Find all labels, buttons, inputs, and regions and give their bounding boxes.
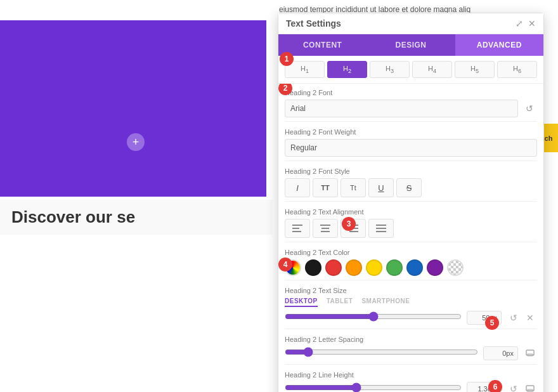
heading-h4-btn[interactable]: H4	[412, 61, 452, 78]
color-transparent-swatch[interactable]	[447, 259, 464, 276]
svg-rect-7	[351, 228, 358, 229]
text-size-clear-btn[interactable]: ✕	[523, 311, 537, 325]
heading-h6-btn[interactable]: H6	[497, 61, 537, 78]
heading-letter-spacing-label: Heading 2 Letter Spacing	[285, 336, 537, 343]
letter-spacing-slider-row	[285, 346, 537, 360]
heading-font-weight-label: Heading 2 Font Weight	[285, 128, 537, 136]
italic-btn[interactable]: I	[285, 178, 310, 197]
line-height-slider[interactable]	[285, 382, 462, 392]
heading-text-alignment-section: Heading 2 Text Alignment 3	[285, 203, 537, 240]
heading-font-row: Arial Georgia Helvetica Times New Roman …	[285, 100, 537, 117]
heading-font-select[interactable]: Arial Georgia Helvetica Times New Roman …	[285, 100, 518, 117]
heading-selector-row: H1 H2 H3 H4 H5 H6	[278, 56, 543, 84]
text-size-slider[interactable]	[285, 311, 462, 322]
align-justify-btn[interactable]	[368, 219, 394, 238]
color-red-swatch[interactable]	[325, 259, 342, 276]
capitalize-btn[interactable]: Tt	[341, 178, 366, 197]
svg-rect-9	[376, 225, 386, 226]
heading-font-section: Heading 2 Font 2 Arial Georgia Helvetica…	[285, 84, 537, 120]
heading-font-style-label: Heading 2 Font Style	[285, 167, 537, 175]
color-swatches	[285, 259, 537, 276]
device-smartphone-tab[interactable]: SMARTPHONE	[361, 297, 410, 307]
underline-btn[interactable]: U	[368, 178, 394, 197]
add-element-button[interactable]: +	[127, 133, 145, 151]
heading-font-weight-select[interactable]: Thin Light Regular Medium Bold Extra Bol…	[285, 139, 537, 157]
svg-rect-0	[292, 225, 302, 226]
heading-line-height-section: Heading 2 Line Height 6 ↺	[285, 366, 537, 392]
heading-h3-btn[interactable]: H3	[370, 61, 410, 78]
svg-rect-3	[320, 225, 330, 226]
svg-rect-2	[292, 231, 301, 232]
strikethrough-btn[interactable]: S	[396, 178, 422, 197]
heading-letter-spacing-section: Heading 2 Letter Spacing	[285, 330, 537, 363]
panel-body: Heading 2 Font 2 Arial Georgia Helvetica…	[278, 84, 543, 392]
letter-spacing-device-btn[interactable]	[523, 346, 537, 360]
heading-font-style-section: Heading 2 Font Style I TT Tt U S	[285, 162, 537, 200]
line-height-slider-wrap	[285, 382, 462, 392]
heading-text-color-label: Heading 2 Text Color	[285, 249, 537, 256]
page-bottom-text: Discover our se	[0, 200, 273, 235]
align-center-btn[interactable]	[313, 219, 338, 238]
heading-text-alignment-label: Heading 2 Text Alignment	[285, 208, 537, 216]
heading-text-color-section: Heading 2 Text Color 4	[285, 244, 537, 278]
panel-header-icons: ⤢ ✕	[516, 18, 536, 29]
line-height-value-input[interactable]	[467, 382, 502, 392]
svg-rect-1	[292, 228, 299, 229]
heading-font-weight-row: Thin Light Regular Medium Bold Extra Bol…	[285, 139, 537, 157]
letter-spacing-slider[interactable]	[285, 347, 478, 357]
align-left-btn[interactable]	[285, 219, 310, 238]
text-alignment-buttons	[285, 219, 537, 238]
heading-font-reset-btn[interactable]: ↺	[522, 101, 537, 116]
text-size-value-input[interactable]	[467, 311, 502, 325]
color-purple-swatch[interactable]	[427, 259, 443, 276]
color-orange-swatch[interactable]	[346, 259, 362, 276]
tab-design[interactable]: Design	[367, 34, 455, 56]
color-green-swatch[interactable]	[386, 259, 403, 276]
heading-h2-btn[interactable]: H2	[327, 61, 367, 78]
text-size-reset-btn[interactable]: ↺	[507, 311, 521, 325]
line-height-device-btn[interactable]	[523, 382, 537, 392]
heading-h1-btn[interactable]: H1	[285, 61, 325, 78]
device-tabs: DESKTOP TABLET SMARTPHONE	[285, 297, 537, 307]
heading-line-height-label: Heading 2 Line Height	[285, 371, 537, 379]
panel-header: Text Settings ⤢ ✕	[278, 13, 543, 34]
heading-h5-btn[interactable]: H5	[455, 61, 495, 78]
letter-spacing-slider-wrap	[285, 347, 478, 360]
device-tablet-tab[interactable]: TABLET	[327, 297, 353, 307]
letter-spacing-value-input[interactable]	[483, 346, 518, 360]
color-picker-swatch[interactable]	[285, 259, 301, 276]
text-settings-panel: Text Settings ⤢ ✕ Content Design Advance…	[278, 13, 544, 392]
heading-font-label: Heading 2 Font	[285, 89, 537, 96]
purple-section	[0, 0, 266, 197]
svg-rect-6	[348, 225, 358, 226]
align-right-btn[interactable]	[341, 219, 366, 238]
line-height-slider-icons: ↺	[507, 382, 537, 392]
uppercase-btn[interactable]: TT	[313, 178, 338, 197]
line-height-slider-row: ↺	[285, 382, 537, 392]
tab-content[interactable]: Content	[278, 34, 367, 56]
font-style-buttons: I TT Tt U S	[285, 178, 537, 197]
close-icon[interactable]: ✕	[528, 18, 536, 29]
resize-icon[interactable]: ⤢	[516, 18, 523, 29]
svg-rect-4	[321, 228, 329, 229]
heading-text-size-label: Heading 2 Text Size	[285, 287, 537, 294]
tab-advanced[interactable]: Advanced	[455, 34, 543, 56]
color-blue-swatch[interactable]	[406, 259, 423, 276]
line-height-reset-btn[interactable]: ↺	[507, 382, 521, 392]
text-size-slider-row: ↺ ✕	[285, 311, 537, 325]
svg-rect-11	[376, 231, 386, 232]
panel-title: Text Settings	[286, 18, 341, 29]
heading-text-size-section: Heading 2 Text Size DESKTOP TABLET SMART…	[285, 282, 537, 327]
svg-rect-5	[321, 231, 330, 232]
heading-font-weight-section: Heading 2 Font Weight Thin Light Regular…	[285, 123, 537, 159]
svg-rect-10	[376, 228, 386, 229]
color-black-swatch[interactable]	[305, 259, 321, 276]
color-yellow-swatch[interactable]	[366, 259, 382, 276]
panel-tabs: Content Design Advanced	[278, 34, 543, 56]
text-size-slider-icons: ↺ ✕	[507, 311, 537, 325]
text-size-slider-wrap	[285, 311, 462, 324]
svg-rect-8	[349, 231, 358, 232]
letter-spacing-slider-icons	[523, 346, 537, 360]
device-desktop-tab[interactable]: DESKTOP	[285, 297, 318, 307]
